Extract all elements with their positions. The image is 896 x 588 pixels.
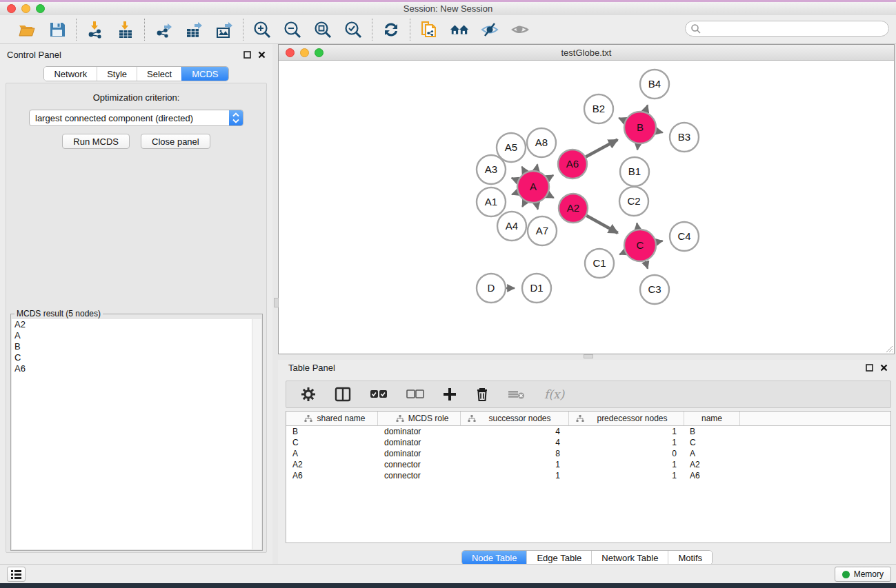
graph-node-A8[interactable]: A8 (527, 128, 556, 157)
tab-motifs[interactable]: Motifs (668, 551, 712, 565)
graph-edge-A2-C[interactable] (586, 216, 617, 233)
zoom-out-icon[interactable] (283, 20, 302, 39)
float-table-panel-icon[interactable] (866, 364, 873, 372)
table-row[interactable]: Bdominator41B (286, 426, 890, 437)
select-all-columns-icon[interactable] (370, 389, 388, 399)
table-cell[interactable]: 1 (569, 471, 684, 480)
close-view-button[interactable] (286, 48, 295, 57)
table-row[interactable]: A6connector11A6 (286, 470, 890, 481)
network-canvas[interactable]: AA1A2A3A4A5A6A7A8BB1B2B3B4CC1C2C3C4DD1 (279, 61, 894, 354)
tab-style[interactable]: Style (97, 67, 137, 81)
close-table-panel-icon[interactable] (880, 364, 888, 372)
close-panel-button[interactable]: Close panel (141, 134, 210, 149)
maximize-window-button[interactable] (36, 4, 45, 13)
table-cell[interactable]: connector (378, 460, 461, 469)
table-cell[interactable]: A2 (684, 460, 740, 469)
result-list-item[interactable]: B (12, 341, 261, 352)
graph-node-A1[interactable]: A1 (477, 187, 506, 216)
network-window-titlebar[interactable]: testGlobe.txt (279, 45, 894, 61)
delete-table-icon[interactable] (508, 388, 526, 401)
export-image-icon[interactable] (215, 20, 234, 39)
table-cell[interactable]: B (684, 427, 740, 436)
minimize-window-button[interactable] (21, 4, 30, 13)
import-network-icon[interactable] (86, 20, 105, 39)
table-cell[interactable]: connector (378, 471, 461, 480)
graph-edge-B-B1[interactable] (637, 144, 638, 150)
graph-edge-A-A1[interactable] (512, 192, 517, 194)
graph-edge-B-B3[interactable] (656, 131, 662, 132)
network-graph[interactable]: AA1A2A3A4A5A6A7A8BB1B2B3B4CC1C2C3C4DD1 (279, 61, 894, 354)
result-list-item[interactable]: C (12, 352, 261, 363)
graph-edge-A-A4[interactable] (522, 201, 525, 207)
result-list-item[interactable]: A2 (12, 319, 261, 330)
show-eye-icon[interactable] (510, 20, 530, 39)
graph-edge-A6-B[interactable] (586, 140, 617, 157)
tab-node-table[interactable]: Node Table (462, 551, 527, 565)
home-pair-icon[interactable] (450, 20, 469, 39)
tab-mcds[interactable]: MCDS (181, 67, 228, 81)
table-settings-gear-icon[interactable] (301, 387, 316, 402)
graph-node-A6[interactable]: A6 (558, 150, 587, 179)
graph-node-C1[interactable]: C1 (585, 249, 614, 278)
split-view-icon[interactable] (335, 387, 351, 402)
graph-node-A4[interactable]: A4 (497, 212, 526, 241)
graph-node-B2[interactable]: B2 (584, 94, 613, 123)
zoom-fit-icon[interactable] (313, 20, 332, 39)
table-cell[interactable]: 1 (569, 427, 684, 436)
search-input[interactable] (685, 21, 889, 37)
refresh-icon[interactable] (381, 20, 401, 39)
graph-node-C4[interactable]: C4 (670, 222, 699, 251)
result-list-item[interactable]: A (12, 330, 261, 341)
table-cell[interactable]: A2 (286, 460, 378, 469)
table-row[interactable]: Cdominator41C (286, 437, 890, 448)
maximize-view-button[interactable] (315, 48, 323, 57)
graph-edge-A-A7[interactable] (537, 203, 538, 210)
graph-node-A3[interactable]: A3 (477, 155, 506, 184)
function-builder-icon[interactable]: f(x) (544, 387, 564, 401)
tab-select[interactable]: Select (137, 67, 181, 81)
graph-node-C[interactable]: C (624, 230, 656, 261)
table-cell[interactable]: 1 (569, 438, 684, 447)
graph-node-B1[interactable]: B1 (620, 157, 649, 186)
memory-button[interactable]: Memory (835, 567, 891, 582)
graph-node-A7[interactable]: A7 (528, 216, 557, 245)
table-row[interactable]: A2connector11A2 (286, 459, 890, 470)
delete-column-trash-icon[interactable] (475, 387, 489, 402)
resize-grip[interactable] (884, 344, 893, 353)
graph-node-C3[interactable]: C3 (640, 275, 669, 304)
graph-edge-C-C4[interactable] (657, 241, 663, 242)
column-header-name[interactable]: name (684, 412, 740, 425)
tab-edge-table[interactable]: Edge Table (526, 551, 591, 565)
graph-node-B3[interactable]: B3 (670, 123, 699, 152)
column-header-mcds-role[interactable]: MCDS role (378, 412, 461, 425)
table-cell[interactable]: B (286, 427, 378, 436)
graph-node-D1[interactable]: D1 (522, 274, 551, 303)
table-cell[interactable]: 1 (461, 471, 569, 480)
graph-edge-B-B4[interactable] (646, 105, 648, 112)
import-table-icon[interactable] (116, 20, 135, 39)
graph-node-A[interactable]: A (517, 171, 549, 203)
float-panel-icon[interactable] (243, 51, 251, 59)
export-table-icon[interactable] (184, 20, 203, 39)
table-cell[interactable]: A (684, 449, 740, 458)
unselect-all-columns-icon[interactable] (406, 389, 424, 399)
save-session-icon[interactable] (48, 20, 67, 39)
table-cell[interactable]: 8 (461, 449, 569, 458)
open-file-icon[interactable] (17, 20, 37, 39)
graph-node-C2[interactable]: C2 (619, 187, 648, 216)
vertical-splitter-handle[interactable] (274, 298, 279, 307)
table-cell[interactable]: 4 (461, 427, 569, 436)
task-history-button[interactable] (7, 567, 26, 582)
table-cell[interactable]: 4 (461, 438, 569, 447)
minimize-view-button[interactable] (300, 48, 309, 57)
graph-edge-A-A5[interactable] (522, 167, 526, 172)
network-file-icon[interactable] (419, 20, 439, 39)
close-panel-icon[interactable] (258, 51, 266, 59)
table-cell[interactable]: 0 (569, 449, 684, 458)
graph-edge-A-A8[interactable] (536, 164, 537, 170)
table-cell[interactable]: dominator (378, 449, 461, 458)
graph-node-A5[interactable]: A5 (497, 133, 526, 162)
graph-edge-A-A6[interactable] (548, 175, 554, 179)
graph-node-B4[interactable]: B4 (640, 70, 669, 99)
result-list-item[interactable]: A6 (12, 363, 261, 374)
